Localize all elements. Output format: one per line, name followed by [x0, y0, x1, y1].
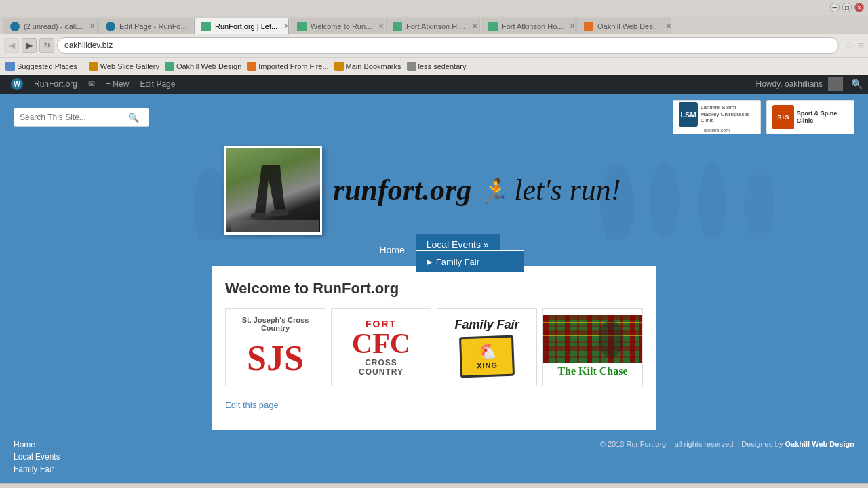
bookmark-icon-imported	[247, 62, 256, 71]
sponsor-lsm-content: LSM Landfire Storm Mackey Chiropractic C…	[679, 102, 755, 133]
tab-favicon-3	[201, 22, 211, 31]
footer-copy-text: © 2013 RunFort.org – all rights reserved…	[600, 440, 783, 448]
bookmark-label-less-sedentary: less sedentary	[418, 62, 467, 70]
bookmark-icon-less-sedentary	[407, 62, 416, 71]
site-search-box[interactable]: 🔍	[14, 108, 149, 127]
search-icon[interactable]: 🔍	[851, 79, 863, 89]
forward-button[interactable]: ▶	[22, 38, 37, 53]
tab-2[interactable]: Edit Page - RunFo... ✕	[98, 18, 193, 34]
tab-close-3[interactable]: ✕	[284, 22, 289, 30]
tab-3[interactable]: RunFort.org | Let... ✕	[194, 18, 289, 34]
tab-label-7: Oakhill Web Des...	[597, 22, 659, 30]
tab-label-5: Fort Atkinson Hi...	[406, 22, 465, 30]
browser-titlebar: ─ □ ✕	[0, 0, 868, 15]
footer-designer-link[interactable]: Oakhill Web Design	[785, 440, 855, 448]
wp-adminbar: W RunFort.org ✉ + New Edit Page Howdy, o…	[0, 75, 868, 94]
site-search-input[interactable]	[20, 113, 128, 122]
site-footer: Home Local Events Family Fair © 2013 Run…	[0, 430, 868, 483]
nav-dropdown-item-family-fair[interactable]: ▶ Family Fair	[416, 251, 524, 272]
sponsor-lsm-sub: landfire.com	[679, 128, 755, 133]
wp-comment-icon: ✉	[88, 79, 95, 89]
tab-close-6[interactable]: ✕	[570, 22, 575, 30]
event-card-ff[interactable]: Family Fair 🐔 XING	[437, 308, 537, 386]
bookmark-icon-suggested	[5, 62, 15, 71]
browser-toolbar: ◀ ▶ ↻ oakhilldev.biz ☆ ≡	[0, 34, 868, 57]
wp-adminbar-new-btn[interactable]: + New	[100, 75, 134, 94]
tab-close-4[interactable]: ✕	[378, 22, 384, 30]
edit-page-link[interactable]: Edit this page	[225, 400, 643, 410]
svg-text:·  ·  ·: · · ·	[271, 371, 281, 377]
svg-rect-10	[231, 220, 319, 233]
sponsor-lsm-logo: LSM	[679, 102, 698, 127]
wp-adminbar-edit[interactable]: Edit Page	[134, 75, 180, 94]
bookmark-icon-oakhill	[165, 62, 174, 71]
event-card-kc[interactable]: The Kilt Chase	[542, 308, 643, 386]
main-content: Welcome to RunFort.org St. Joseph's Cros…	[212, 266, 656, 430]
tab-5[interactable]: Fort Atkinson Hi... ✕	[385, 18, 480, 34]
wp-adminbar-site[interactable]: RunFort.org	[28, 75, 83, 94]
tab-7[interactable]: Oakhill Web Des... ✕	[576, 18, 671, 34]
tab-close-7[interactable]: ✕	[666, 22, 671, 30]
bookmark-label-main: Main Bookmarks	[346, 62, 401, 70]
maximize-btn[interactable]: □	[842, 3, 852, 12]
site-banner: runfort.org 🏃 let's run!	[0, 141, 868, 239]
bookmark-web-slice[interactable]: Web Slice Gallery	[89, 62, 159, 71]
banner-title-row: runfort.org 🏃 let's run!	[333, 173, 620, 207]
svg-rect-27	[543, 341, 642, 343]
bookmark-label-oakhill: Oakhill Web Design	[176, 62, 241, 70]
wp-logo-item[interactable]: W	[5, 75, 28, 94]
close-btn[interactable]: ✕	[854, 3, 864, 12]
bookmark-oakhill[interactable]: Oakhill Web Design	[165, 62, 241, 71]
ff-chicken-icon: 🐔	[477, 344, 496, 362]
wp-new-label: + New	[106, 79, 129, 89]
bookmark-label-suggested: Suggested Places	[17, 62, 77, 70]
reload-button[interactable]: ↻	[39, 38, 54, 53]
footer-link-home[interactable]: Home	[14, 440, 60, 449]
bookmark-less-sedentary[interactable]: less sedentary	[407, 62, 467, 71]
bookmark-imported[interactable]: Imported From Fire...	[247, 62, 328, 71]
tab-6[interactable]: Fort Atkinson Ho... ✕	[481, 18, 576, 34]
banner-site-name: runfort.org	[333, 173, 471, 207]
tab-label-2: Edit Page - RunFo...	[119, 22, 187, 30]
tab-4[interactable]: Welcome to Run... ✕	[290, 18, 384, 34]
sponsor-ss[interactable]: S+S Sport & Spine Clinic	[766, 100, 854, 134]
bookmark-icon-webslice	[89, 62, 98, 71]
tab-1[interactable]: (2 unread) - oak... ✕	[3, 18, 98, 34]
bookmark-suggested-places[interactable]: Suggested Places	[5, 62, 77, 71]
browser-tabs-bar: (2 unread) - oak... ✕ Edit Page - RunFo.…	[0, 15, 868, 34]
wp-adminbar-new[interactable]: ✉	[83, 75, 100, 94]
tab-favicon-5	[393, 22, 402, 31]
minimize-btn[interactable]: ─	[830, 3, 840, 12]
bookmark-label-webslice: Web Slice Gallery	[100, 62, 159, 70]
footer-link-local-events[interactable]: Local Events	[14, 452, 60, 462]
banner-text-area: runfort.org 🏃 let's run!	[333, 173, 620, 207]
event-card-sjs[interactable]: St. Joseph's Cross Country SJS · · ·	[225, 308, 326, 386]
nav-home[interactable]: Home	[368, 239, 415, 261]
sponsor-lsm[interactable]: LSM Landfire Storm Mackey Chiropractic C…	[673, 100, 761, 134]
footer-links: Home Local Events Family Fair	[14, 440, 60, 474]
sponsor-ss-text: Sport & Spine Clinic	[797, 110, 848, 125]
site-search-icon[interactable]: 🔍	[128, 113, 139, 123]
browser-menu-icon[interactable]: ≡	[858, 39, 864, 52]
tab-favicon-7	[584, 22, 593, 31]
dropdown-arrow-icon: ▶	[427, 258, 432, 266]
bookmark-star-icon[interactable]: ☆	[844, 39, 854, 52]
address-bar[interactable]: oakhilldev.biz	[57, 37, 839, 54]
wp-adminbar-right: Howdy, oakhillians 🔍	[756, 77, 863, 92]
back-button[interactable]: ◀	[4, 38, 19, 53]
nav-bar: Home Local Events » ▶ Family Fair	[0, 239, 868, 266]
address-url: oakhilldev.biz	[64, 41, 113, 50]
banner-photo	[224, 146, 322, 235]
fcc-country-text: COUNTRY	[359, 367, 403, 377]
footer-link-family-fair[interactable]: Family Fair	[14, 464, 60, 474]
nav-local-events-container: Local Events » ▶ Family Fair	[416, 239, 500, 250]
tab-close-5[interactable]: ✕	[472, 22, 477, 30]
svg-point-9	[271, 209, 289, 216]
tab-close-1[interactable]: ✕	[90, 22, 95, 30]
sjs-title-text: St. Joseph's Cross Country	[230, 313, 321, 332]
bookmark-main-bookmarks[interactable]: Main Bookmarks	[334, 62, 401, 71]
fcc-cfc-text: CFC	[352, 329, 410, 358]
svg-rect-30	[543, 322, 642, 323]
kc-image-area	[543, 315, 642, 363]
event-card-fcc[interactable]: FORT CFC CROSS COUNTRY	[331, 308, 431, 386]
